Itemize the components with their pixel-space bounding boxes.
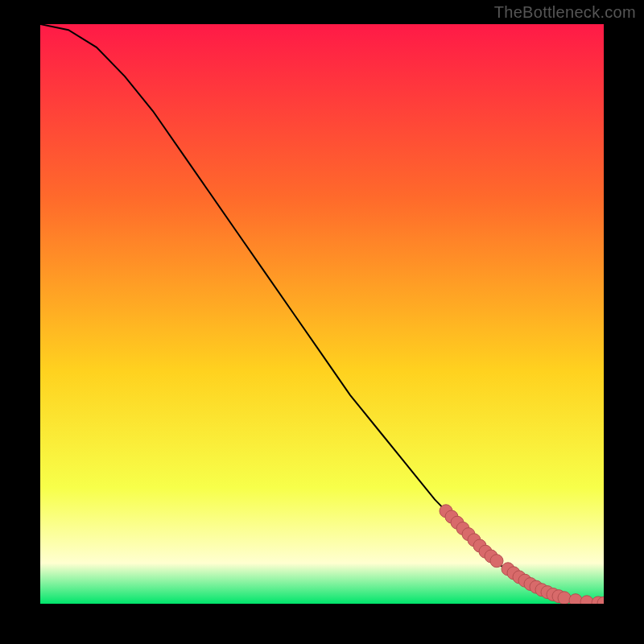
data-marker	[558, 592, 571, 604]
plot-area	[40, 24, 604, 604]
gradient-background	[40, 24, 604, 604]
chart-frame: TheBottleneck.com	[0, 0, 644, 644]
data-marker	[490, 555, 503, 568]
watermark-text: TheBottleneck.com	[494, 3, 636, 22]
chart-svg	[40, 24, 604, 604]
